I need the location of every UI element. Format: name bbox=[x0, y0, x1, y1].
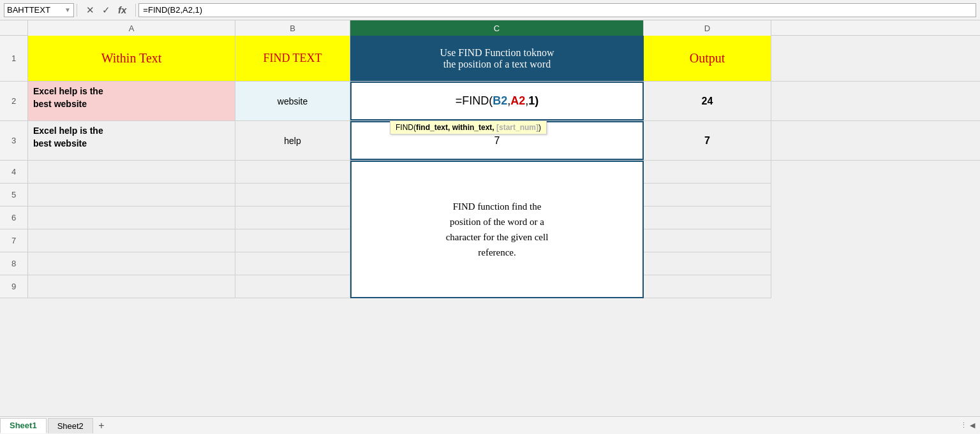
cell-a6[interactable] bbox=[28, 206, 235, 229]
formula-1: 1) bbox=[528, 94, 538, 107]
left-cols: 4 5 6 7 bbox=[0, 161, 350, 298]
cell-a2-text: Excel help is the best website bbox=[33, 85, 103, 110]
cell-a7[interactable] bbox=[28, 229, 235, 252]
row-num-2: 2 bbox=[0, 82, 28, 120]
col-header-a[interactable]: A bbox=[28, 20, 235, 36]
cell-d1[interactable]: Output bbox=[644, 36, 771, 81]
table-row: 7 bbox=[0, 229, 350, 252]
cell-b3-text: help bbox=[284, 136, 301, 146]
formula-tooltip: FIND(find_text, within_text, [start_num]… bbox=[390, 120, 547, 134]
cell-b8[interactable] bbox=[235, 252, 350, 275]
table-row bbox=[644, 161, 771, 184]
formula-a2: A2 bbox=[510, 94, 525, 107]
merged-c-text: FIND function find the position of the w… bbox=[446, 199, 549, 260]
table-row: 2 Excel help is the best website website… bbox=[0, 82, 980, 121]
confirm-icon[interactable]: ✓ bbox=[100, 3, 113, 17]
row-num-9: 9 bbox=[0, 275, 28, 298]
fx-icon[interactable]: fx bbox=[115, 3, 129, 17]
table-row bbox=[644, 252, 771, 275]
table-row: 1 Within Text FIND TEXT Use FIND Functio… bbox=[0, 36, 980, 82]
cell-b4[interactable] bbox=[235, 161, 350, 183]
formula-b2: B2 bbox=[493, 94, 507, 107]
cell-b3[interactable]: help bbox=[235, 121, 350, 160]
column-headers: A B C D bbox=[0, 20, 980, 36]
row-num-header-spacer bbox=[0, 20, 28, 35]
col-header-d[interactable]: D bbox=[644, 20, 771, 36]
col-header-b[interactable]: B bbox=[235, 20, 350, 36]
cell-d1-text: Output bbox=[690, 51, 725, 66]
cell-d6[interactable] bbox=[644, 206, 771, 229]
cell-b7[interactable] bbox=[235, 229, 350, 252]
cell-b1-text: FIND TEXT bbox=[263, 52, 322, 65]
cell-c1[interactable]: Use FIND Function toknow the position of… bbox=[350, 36, 644, 81]
spreadsheet: A B C D 1 Within Text FIND TEXT Use FIND… bbox=[0, 20, 980, 298]
cell-a1-text: Within Text bbox=[101, 51, 162, 66]
cell-b5[interactable] bbox=[235, 184, 350, 206]
row-num-1: 1 bbox=[0, 36, 28, 81]
table-row: 5 bbox=[0, 184, 350, 206]
cell-b2[interactable]: website bbox=[235, 82, 350, 120]
row-num-8: 8 bbox=[0, 252, 28, 275]
cell-d4[interactable] bbox=[644, 161, 771, 183]
row-num-7: 7 bbox=[0, 229, 28, 252]
name-box-value: BAHTTEXT bbox=[7, 5, 50, 15]
formula-bar: BAHTTEXT ▼ ✕ ✓ fx bbox=[0, 0, 980, 20]
cell-d5[interactable] bbox=[644, 184, 771, 206]
cell-d7[interactable] bbox=[644, 229, 771, 252]
table-row: 6 bbox=[0, 206, 350, 229]
row-num-3: 3 bbox=[0, 121, 28, 160]
cell-c2-formula: =FIND(B2,A2,1) bbox=[456, 94, 539, 108]
cell-d2[interactable]: 24 bbox=[644, 82, 771, 120]
cell-d8[interactable] bbox=[644, 252, 771, 275]
cell-d9[interactable] bbox=[644, 275, 771, 298]
grid: 1 Within Text FIND TEXT Use FIND Functio… bbox=[0, 36, 980, 298]
cell-b1[interactable]: FIND TEXT bbox=[235, 36, 350, 81]
formula-input[interactable] bbox=[138, 3, 976, 17]
separator2 bbox=[135, 4, 136, 17]
cell-a8[interactable] bbox=[28, 252, 235, 275]
cell-d3-text: 7 bbox=[704, 135, 710, 147]
cell-c-merged-4-9[interactable]: FIND function find the position of the w… bbox=[350, 161, 644, 298]
cell-c1-line2: the position of a text word bbox=[443, 59, 551, 70]
table-row bbox=[644, 229, 771, 252]
row-num-4: 4 bbox=[0, 161, 28, 183]
cell-c1-line1: Use FIND Function toknow bbox=[440, 47, 554, 59]
cell-d2-text: 24 bbox=[702, 96, 713, 107]
col-header-c[interactable]: C bbox=[350, 20, 644, 36]
cancel-icon[interactable]: ✕ bbox=[84, 3, 97, 17]
cell-a2[interactable]: Excel help is the best website bbox=[28, 82, 235, 120]
table-row: 4 bbox=[0, 161, 350, 184]
rows-4-9-container: 4 5 6 7 bbox=[0, 161, 980, 298]
table-row: 9 bbox=[0, 275, 350, 298]
cell-a3-text: Excel help is the best website bbox=[33, 125, 103, 150]
table-row: 8 bbox=[0, 252, 350, 275]
cell-a3[interactable]: Excel help is the best website bbox=[28, 121, 235, 160]
table-row bbox=[644, 275, 771, 298]
row-num-6: 6 bbox=[0, 206, 28, 229]
table-row bbox=[644, 206, 771, 229]
cell-a5[interactable] bbox=[28, 184, 235, 206]
cell-c2[interactable]: =FIND(B2,A2,1) FIND(find_text, within_te… bbox=[350, 82, 644, 120]
cell-a4[interactable] bbox=[28, 161, 235, 183]
separator bbox=[77, 4, 77, 17]
row-num-5: 5 bbox=[0, 184, 28, 206]
cell-b9[interactable] bbox=[235, 275, 350, 298]
formula-prefix: =FIND( bbox=[456, 94, 493, 107]
d-col-4-9 bbox=[644, 161, 771, 298]
cell-d3[interactable]: 7 bbox=[644, 121, 771, 160]
cell-b2-text: website bbox=[278, 96, 308, 106]
cell-c3-text: 7 bbox=[494, 135, 500, 147]
name-box[interactable]: BAHTTEXT ▼ bbox=[4, 3, 74, 17]
cell-b6[interactable] bbox=[235, 206, 350, 229]
formula-controls: ✕ ✓ fx bbox=[84, 3, 129, 17]
table-row bbox=[644, 184, 771, 206]
cell-a1[interactable]: Within Text bbox=[28, 36, 235, 81]
cell-a9[interactable] bbox=[28, 275, 235, 298]
